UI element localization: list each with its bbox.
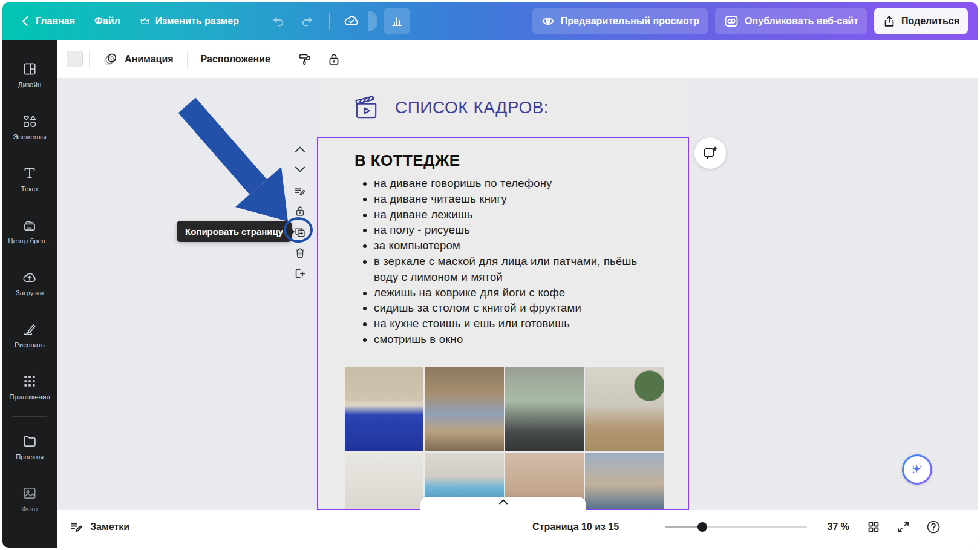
page-title: СПИСОК КАДРОВ: <box>395 98 549 117</box>
redo-button[interactable] <box>294 8 321 34</box>
photo-tile[interactable] <box>585 367 664 451</box>
divider <box>256 13 256 30</box>
divider <box>653 516 653 538</box>
notes-pencil-icon <box>69 520 83 534</box>
shot-list: на диване говоришь по телефону на диване… <box>318 175 640 347</box>
canva-assistant-button[interactable] <box>902 454 932 485</box>
redo-icon <box>300 14 315 28</box>
preview-button[interactable]: Предварительный просмотр <box>532 8 708 34</box>
svg-text:co.: co. <box>27 225 32 229</box>
section-title: В КОТТЕДЖЕ <box>354 151 460 170</box>
selected-text-block[interactable]: В КОТТЕДЖЕ на диване говоришь по телефон… <box>317 137 689 510</box>
lock-button[interactable] <box>319 47 348 71</box>
text-icon <box>22 165 38 181</box>
photo-tile[interactable] <box>425 367 503 451</box>
chevron-down-icon <box>294 166 306 173</box>
add-comment-button[interactable] <box>694 137 726 169</box>
sidebar-item-text[interactable]: Текст <box>5 152 54 205</box>
animation-button[interactable]: Анимация <box>96 47 181 71</box>
photo-tile[interactable] <box>505 367 584 451</box>
move-page-up-button[interactable] <box>292 141 309 158</box>
save-status-button[interactable] <box>338 8 365 34</box>
top-bar: Главная Файл Изменить размер <box>2 2 978 40</box>
sidebar-item-draw[interactable]: Рисовать <box>5 309 54 361</box>
position-button[interactable]: Расположение <box>194 47 278 71</box>
zoom-slider[interactable] <box>665 526 807 528</box>
paint-roller-icon <box>298 52 312 67</box>
insights-chart-button[interactable] <box>384 8 410 34</box>
background-color-swatch[interactable] <box>67 51 83 67</box>
add-page-icon <box>293 267 307 280</box>
apps-grid-icon <box>22 373 38 389</box>
file-label: Файл <box>94 16 120 27</box>
pages-panel-handle[interactable] <box>420 497 586 510</box>
delete-page-button[interactable] <box>292 244 309 261</box>
add-page-button[interactable] <box>292 265 309 282</box>
sparkles-icon <box>908 460 926 479</box>
zoom-slider-thumb[interactable] <box>697 522 707 532</box>
page-indicator: Страница 10 из 15 <box>532 516 619 538</box>
back-home-button[interactable]: Главная <box>12 8 83 34</box>
file-menu-button[interactable]: Файл <box>86 8 129 34</box>
photo-tile[interactable] <box>585 453 664 510</box>
photos-image-icon <box>22 485 38 501</box>
notes-button[interactable]: Заметки <box>69 516 129 538</box>
brand-center-icon: co. <box>22 217 38 233</box>
sidebar-item-apps[interactable]: Приложения <box>5 361 54 413</box>
sidebar-item-elements[interactable]: Элементы <box>5 100 54 152</box>
undo-icon <box>271 14 286 28</box>
list-item: лежишь на коврике для йоги с кофе <box>374 285 640 301</box>
cloud-check-icon <box>343 13 360 30</box>
annotation-circle <box>284 217 313 243</box>
chevron-up-icon <box>294 146 306 153</box>
undo-button[interactable] <box>265 8 292 34</box>
animation-label: Анимация <box>125 54 174 65</box>
notes-pencil-icon <box>293 185 307 198</box>
lock-icon <box>327 52 341 67</box>
divider <box>89 51 90 68</box>
trash-icon <box>293 246 307 260</box>
publish-web-icon <box>724 13 739 29</box>
sidebar-item-design[interactable]: Дизайн <box>5 48 54 100</box>
publish-website-button[interactable]: Опубликовать веб-сайт <box>715 8 867 34</box>
share-upload-icon <box>883 15 896 28</box>
page-header[interactable]: СПИСОК КАДРОВ: <box>317 78 689 137</box>
grid-view-icon <box>866 520 881 534</box>
list-item: за компьютером <box>374 238 640 254</box>
list-item: на диване говоришь по телефону <box>374 175 640 191</box>
list-item: на кухне стоишь и ешь или готовишь <box>374 316 640 332</box>
list-item: в зеркале с маской для лица или патчами,… <box>374 254 640 285</box>
left-sidebar: Дизайн Элементы Текст co. Центр брен... … <box>2 40 57 548</box>
sidebar-item-photos[interactable]: Фото <box>5 473 54 525</box>
elements-icon <box>22 113 38 129</box>
canvas-workspace: СПИСОК КАДРОВ: В КОТТЕДЖЕ на диване гово… <box>57 78 978 510</box>
move-page-down-button[interactable] <box>292 161 309 178</box>
chevron-up-icon <box>498 499 508 505</box>
grid-view-button[interactable] <box>863 516 884 538</box>
list-item: на диване читаешь книгу <box>374 191 640 207</box>
help-button[interactable] <box>923 516 944 538</box>
element-toolbar: Анимация Расположение <box>57 40 978 78</box>
sidebar-item-uploads[interactable]: Загрузки <box>5 257 54 309</box>
sidebar-divider <box>12 416 47 417</box>
canva-editor-window: Главная Файл Изменить размер <box>2 2 978 548</box>
share-button[interactable]: Поделиться <box>874 8 968 34</box>
publish-label: Опубликовать веб-сайт <box>745 16 858 27</box>
document-page[interactable]: СПИСОК КАДРОВ: В КОТТЕДЖЕ на диване гово… <box>317 78 689 510</box>
resize-button[interactable]: Изменить размер <box>131 8 247 34</box>
photo-grid <box>345 367 664 510</box>
home-label: Главная <box>36 16 75 27</box>
sidebar-item-projects[interactable]: Проекты <box>5 421 54 473</box>
resize-label: Изменить размер <box>155 16 239 27</box>
zoom-level: 37 % <box>807 516 849 538</box>
sidebar-item-brand-center[interactable]: co. Центр брен... <box>5 205 54 257</box>
photo-tile[interactable] <box>345 453 423 510</box>
bar-chart-icon <box>390 14 404 28</box>
projects-folder-icon <box>22 433 38 449</box>
photo-tile[interactable] <box>345 367 423 451</box>
page-notes-button[interactable] <box>292 183 309 200</box>
draw-pen-icon <box>22 321 38 337</box>
list-item: на диване лежишь <box>374 207 640 223</box>
fullscreen-button[interactable] <box>892 516 914 538</box>
copy-style-button[interactable] <box>290 47 319 71</box>
